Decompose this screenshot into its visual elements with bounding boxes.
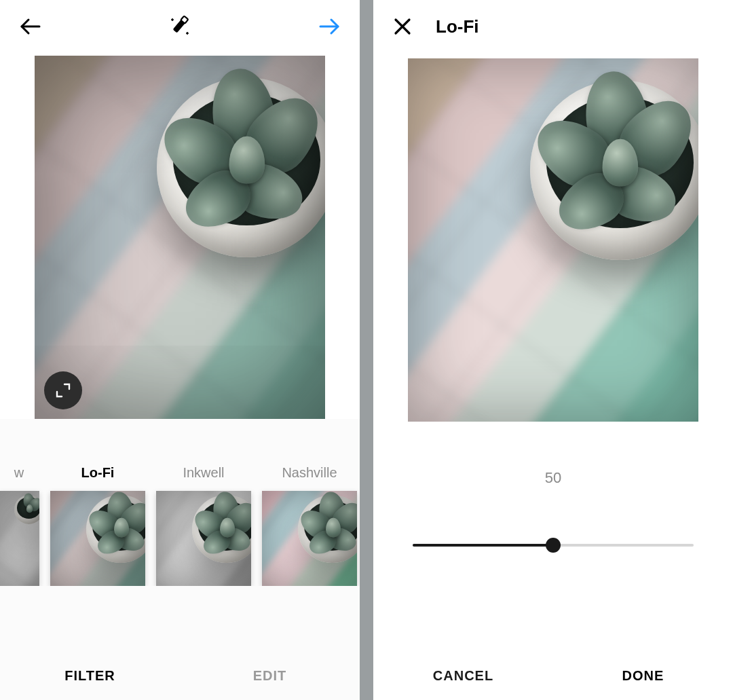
filter-label: Lo-Fi [81,465,115,481]
filter-strip[interactable]: w Lo-Fi Inkwell Nashville [0,465,360,586]
slider-value: 50 [545,469,561,487]
editor-header [0,0,360,53]
arrow-left-icon [19,17,42,36]
filter-label: Inkwell [183,465,224,481]
filter-item-lofi[interactable]: Lo-Fi [50,465,145,586]
expand-crop-button[interactable] [44,371,82,409]
next-button[interactable] [314,13,345,40]
filter-label: Nashville [282,465,337,481]
photo-preview[interactable] [35,56,325,419]
expand-icon [55,382,71,399]
filter-select-screen: w Lo-Fi Inkwell Nashville [0,0,360,700]
cancel-button[interactable]: CANCEL [373,651,553,700]
filter-thumbnail [50,491,145,586]
tab-filter[interactable]: FILTER [0,651,180,700]
filter-item[interactable]: w [0,465,39,586]
back-button[interactable] [15,13,46,40]
filter-strip-area: w Lo-Fi Inkwell Nashville [0,419,360,700]
filter-label: w [14,465,24,481]
tab-edit[interactable]: EDIT [180,651,360,700]
filter-strength-screen: Lo-Fi 50 CANCEL DONE [373,0,733,700]
bottom-tabs: FILTER EDIT [0,651,360,700]
done-button[interactable]: DONE [553,651,733,700]
auto-enhance-button[interactable] [162,9,198,44]
magic-wand-icon [166,13,193,40]
slider-fill [413,544,553,547]
filter-item-inkwell[interactable]: Inkwell [156,465,251,586]
photo-preview[interactable] [408,58,698,422]
photo-preview-area [0,53,360,419]
slider-knob[interactable] [546,538,561,553]
strength-slider[interactable] [413,544,694,547]
strength-header: Lo-Fi [373,0,733,53]
arrow-right-icon [318,17,341,36]
photo-preview-area [373,53,733,422]
filter-thumbnail [262,491,357,586]
close-button[interactable] [388,12,417,41]
slider-area: 50 CANCEL DONE [373,422,733,700]
filter-thumbnail [156,491,251,586]
filter-thumbnail [0,491,39,586]
filter-title: Lo-Fi [436,16,479,37]
close-icon [392,16,413,37]
screens-divider [360,0,373,700]
filter-item-nashville[interactable]: Nashville [262,465,357,586]
strength-actions: CANCEL DONE [373,651,733,700]
